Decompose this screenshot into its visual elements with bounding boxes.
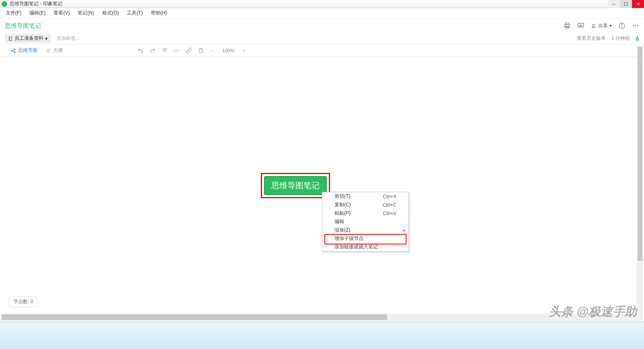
menu-tools[interactable]: 工具(T) [123,9,147,17]
svg-point-15 [14,49,15,49]
toolbar: 思维导图 大纲 </> − 100% + [0,44,644,57]
svg-line-18 [12,51,14,52]
more-icon[interactable] [632,22,639,29]
ctx-add-child[interactable]: 增加子级节点 [322,234,409,243]
ctx-paste-label: 粘贴(P) [334,210,351,217]
share-label: 共享 [598,23,608,29]
ctx-copy[interactable]: 复制(C) Ctrl+C [322,201,409,209]
chevron-down-icon: ▾ [609,23,612,29]
svg-rect-12 [9,37,12,40]
svg-point-8 [621,24,622,25]
svg-point-11 [637,25,638,27]
ctx-cut-shortcut: Ctrl+X [383,194,396,199]
horizontal-scrollbar-thumb[interactable] [2,314,387,320]
ctx-copy-label: 复制(C) [334,201,351,208]
code-button[interactable]: </> [171,45,182,56]
note-header-actions: 共享 ▾ [564,22,639,29]
history-link[interactable]: 查看历史版本 [577,35,606,42]
ctx-paste-shortcut: Ctrl+V [383,211,396,216]
watermark: 头条 @极速手助 [549,304,637,320]
ctx-add-link-label: 添加链接或插入笔记 [334,244,378,250]
svg-point-14 [11,50,12,51]
zoom-out-button[interactable]: − [208,45,218,56]
tab-mindmap-label: 思维导图 [18,47,37,54]
menu-edit[interactable]: 编辑(E) [25,9,50,17]
ctx-paste[interactable]: 粘贴(P) Ctrl+V [322,209,409,218]
note-header: 思维导图笔记 共享 ▾ [0,18,644,33]
svg-point-10 [635,25,636,27]
print-icon[interactable] [564,22,571,29]
add-tag-input[interactable]: 添加标签... [56,35,80,42]
tab-outline[interactable]: 大纲 [42,46,66,55]
svg-line-17 [12,49,14,51]
notebook-name: 员工准备资料 [14,35,43,42]
ctx-add-child-label: 增加子级节点 [334,235,363,242]
taskbar [0,322,644,349]
format-indicator[interactable]: A [636,36,639,41]
vertical-scrollbar-thumb[interactable] [638,47,642,261]
ctx-zoom-label: 缩放(Z) [334,227,350,234]
present-icon[interactable] [577,22,584,29]
svg-rect-22 [163,48,166,50]
ctx-edit[interactable]: 编辑 [322,218,409,226]
node-count-badge: 节点数: 0 [9,296,37,307]
root-node[interactable]: 思维导图笔记 [264,176,327,195]
ctx-zoom[interactable]: 缩放(Z) [322,226,409,234]
link-button[interactable] [184,45,194,56]
app-icon [2,1,7,7]
menu-view[interactable]: 查看(V) [50,9,74,17]
info-icon[interactable] [618,22,625,29]
menu-help[interactable]: 帮助(H) [147,9,171,17]
ctx-cut-label: 剪切(T) [334,193,350,200]
minimize-button[interactable]: ─ [608,0,620,8]
tab-mindmap[interactable]: 思维导图 [7,46,41,55]
title-bar: 思维导图笔记 - 印象笔记 ─ ☐ ✕ [0,0,644,8]
vertical-scrollbar[interactable] [637,46,643,314]
delete-button[interactable] [196,45,206,56]
menu-bar: 文件(F) 编辑(E) 查看(V) 笔记(N) 格式(O) 工具(T) 帮助(H… [0,8,644,18]
redo-button[interactable] [147,45,158,56]
menu-file[interactable]: 文件(F) [2,9,25,17]
share-button[interactable]: 共享 ▾ [591,23,612,29]
horizontal-scrollbar[interactable] [1,314,643,321]
undo-button[interactable] [135,45,146,56]
ctx-add-link[interactable]: 添加链接或插入笔记 [322,243,409,251]
copy-style-button[interactable] [159,45,170,56]
svg-point-5 [594,24,595,25]
note-title[interactable]: 思维导图笔记 [5,22,41,30]
time-link[interactable]: 1 分钟前 [611,35,630,42]
outline-icon [45,48,51,53]
notebook-selector[interactable]: 员工准备资料 ▾ [5,34,51,43]
context-menu: 剪切(T) Ctrl+X 复制(C) Ctrl+C 粘贴(P) Ctrl+V 编… [322,192,409,252]
menu-format[interactable]: 格式(O) [98,9,123,17]
chevron-down-icon: ▾ [45,36,47,41]
svg-point-9 [633,25,634,27]
maximize-button[interactable]: ☐ [620,0,632,8]
ctx-edit-label: 编辑 [334,218,344,225]
notebook-row: 员工准备资料 ▾ 添加标签... 查看历史版本 1 分钟前 A [0,33,644,44]
ctx-cut[interactable]: 剪切(T) Ctrl+X [322,192,409,201]
root-node-highlight: 思维导图笔记 [261,173,330,198]
window-controls: ─ ☐ ✕ [608,0,644,8]
mindmap-icon [10,48,16,53]
ctx-copy-shortcut: Ctrl+C [383,202,396,208]
zoom-level[interactable]: 100% [220,48,237,53]
zoom-in-button[interactable]: + [239,45,249,56]
svg-point-16 [14,51,15,52]
close-button[interactable]: ✕ [632,0,644,8]
menu-note[interactable]: 笔记(N) [74,9,98,17]
window-title: 思维导图笔记 - 印象笔记 [10,0,62,7]
tab-outline-label: 大纲 [53,47,63,54]
svg-point-4 [592,24,594,26]
